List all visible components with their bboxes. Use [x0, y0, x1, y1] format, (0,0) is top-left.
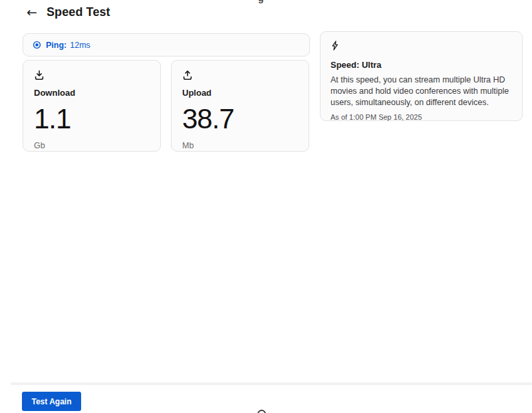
- speed-info-description: At this speed, you can stream multiple U…: [331, 74, 515, 108]
- download-icon: [34, 70, 45, 80]
- test-again-button[interactable]: Test Again: [22, 392, 81, 411]
- ping-value: 12ms: [70, 41, 90, 50]
- upload-card: Upload 38.7 Mb: [171, 60, 309, 152]
- clipped-text-top: g: [258, 0, 264, 3]
- back-button[interactable]: ←: [24, 4, 40, 20]
- upload-icon: [182, 70, 193, 80]
- speed-info-card: Speed: Ultra At this speed, you can stre…: [320, 31, 523, 121]
- download-card: Download 1.1 Gb: [23, 60, 161, 152]
- upload-value: 38.7: [182, 103, 298, 135]
- download-label: Download: [34, 88, 150, 98]
- upload-label: Upload: [182, 88, 298, 98]
- footer-divider: [11, 382, 532, 385]
- radio-selected-icon: [33, 41, 41, 49]
- lightning-icon: [331, 41, 339, 51]
- page-title: Speed Test: [47, 5, 110, 19]
- clipped-icon-bottom: [257, 410, 266, 413]
- ping-status-card: Ping: 12ms: [23, 33, 310, 57]
- speed-test-page: g ← Speed Test Ping: 12ms Download 1.1 G…: [0, 0, 532, 413]
- ping-label: Ping:: [46, 41, 66, 50]
- speed-info-title: Speed: Ultra: [331, 60, 512, 70]
- speed-info-timestamp: As of 1:00 PM Sep 16, 2025: [331, 113, 512, 121]
- upload-unit: Mb: [182, 141, 298, 150]
- download-value: 1.1: [34, 103, 150, 135]
- download-unit: Gb: [34, 141, 150, 150]
